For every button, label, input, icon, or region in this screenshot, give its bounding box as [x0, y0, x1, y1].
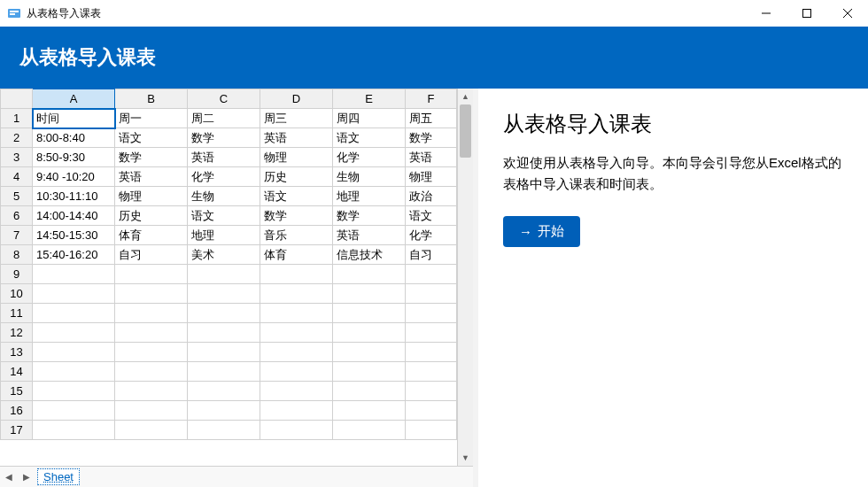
cell[interactable] — [333, 382, 406, 401]
col-header-c[interactable]: C — [188, 89, 260, 109]
row-header[interactable]: 7 — [1, 226, 33, 245]
cell[interactable] — [260, 401, 333, 421]
scroll-thumb[interactable] — [460, 104, 471, 158]
close-button[interactable] — [827, 0, 868, 27]
cell[interactable]: 英语 — [406, 148, 457, 167]
cell[interactable] — [333, 401, 406, 421]
row-header[interactable]: 10 — [1, 284, 33, 304]
row-header[interactable]: 12 — [1, 323, 33, 343]
cell[interactable]: 物理 — [115, 187, 188, 206]
cell[interactable]: 10:30-11:10 — [33, 187, 115, 206]
cell[interactable] — [188, 382, 260, 401]
cell[interactable]: 周五 — [406, 109, 457, 128]
cell[interactable]: 语文 — [333, 128, 406, 148]
col-header-d[interactable]: D — [260, 89, 333, 109]
cell[interactable] — [406, 421, 457, 440]
cell[interactable]: 8:00-8:40 — [33, 128, 115, 148]
cell[interactable]: 生物 — [333, 167, 406, 187]
cell[interactable] — [33, 421, 115, 440]
cell[interactable]: 体育 — [115, 226, 188, 245]
cell[interactable] — [188, 421, 260, 440]
row-header[interactable]: 8 — [1, 245, 33, 265]
cell[interactable]: 15:40-16:20 — [33, 245, 115, 265]
cell[interactable]: 英语 — [115, 167, 188, 187]
cell[interactable]: 体育 — [260, 245, 333, 265]
cell[interactable] — [33, 362, 115, 382]
col-header-a[interactable]: A — [33, 89, 115, 109]
cell[interactable] — [406, 362, 457, 382]
cell[interactable]: 14:50-15:30 — [33, 226, 115, 245]
scroll-track[interactable] — [458, 104, 473, 450]
cell[interactable]: 英语 — [260, 128, 333, 148]
cell[interactable] — [188, 265, 260, 284]
cell[interactable] — [406, 343, 457, 362]
cell[interactable]: 物理 — [406, 167, 457, 187]
cell[interactable] — [115, 362, 188, 382]
cell[interactable] — [406, 304, 457, 323]
cell[interactable] — [406, 323, 457, 343]
row-header[interactable]: 1 — [1, 109, 33, 128]
cell[interactable]: 自习 — [115, 245, 188, 265]
cell[interactable]: 8:50-9:30 — [33, 148, 115, 167]
cell[interactable] — [188, 343, 260, 362]
spreadsheet-grid[interactable]: ABCDEF1时间周一周二周三周四周五28:00-8:40语文数学英语语文数学3… — [0, 89, 457, 466]
cell[interactable] — [333, 265, 406, 284]
start-button[interactable]: → 开始 — [503, 216, 580, 247]
cell[interactable]: 历史 — [115, 206, 188, 226]
cell[interactable] — [260, 382, 333, 401]
cell[interactable] — [188, 362, 260, 382]
row-header[interactable]: 11 — [1, 304, 33, 323]
cell[interactable]: 周二 — [188, 109, 260, 128]
cell[interactable] — [115, 304, 188, 323]
cell[interactable] — [260, 265, 333, 284]
cell[interactable]: 英语 — [188, 148, 260, 167]
cell[interactable] — [260, 284, 333, 304]
cell[interactable]: 自习 — [406, 245, 457, 265]
cell[interactable]: 化学 — [406, 226, 457, 245]
cell[interactable]: 14:00-14:40 — [33, 206, 115, 226]
cell[interactable]: 周四 — [333, 109, 406, 128]
corner-cell[interactable] — [1, 89, 33, 109]
cell[interactable]: 政治 — [406, 187, 457, 206]
cell[interactable] — [333, 284, 406, 304]
cell[interactable]: 数学 — [188, 128, 260, 148]
cell[interactable] — [333, 421, 406, 440]
row-header[interactable]: 5 — [1, 187, 33, 206]
sheet-tab[interactable]: Sheet — [37, 468, 80, 485]
cell[interactable] — [333, 362, 406, 382]
cell[interactable]: 周三 — [260, 109, 333, 128]
cell[interactable] — [33, 323, 115, 343]
cell[interactable] — [115, 401, 188, 421]
cell[interactable]: 周一 — [115, 109, 188, 128]
cell[interactable]: 数学 — [115, 148, 188, 167]
cell[interactable]: 地理 — [333, 187, 406, 206]
minimize-button[interactable] — [746, 0, 787, 27]
cell[interactable]: 数学 — [333, 206, 406, 226]
cell[interactable] — [406, 284, 457, 304]
cell[interactable] — [406, 382, 457, 401]
cell[interactable]: 物理 — [260, 148, 333, 167]
col-header-f[interactable]: F — [406, 89, 457, 109]
cell[interactable]: 生物 — [188, 187, 260, 206]
row-header[interactable]: 3 — [1, 148, 33, 167]
cell[interactable] — [33, 284, 115, 304]
row-header[interactable]: 14 — [1, 362, 33, 382]
row-header[interactable]: 6 — [1, 206, 33, 226]
cell[interactable] — [33, 401, 115, 421]
cell[interactable] — [115, 382, 188, 401]
row-header[interactable]: 17 — [1, 421, 33, 440]
cell[interactable] — [260, 362, 333, 382]
cell[interactable] — [260, 323, 333, 343]
cell[interactable] — [115, 284, 188, 304]
cell[interactable]: 语文 — [406, 206, 457, 226]
cell[interactable]: 信息技术 — [333, 245, 406, 265]
cell[interactable]: 美术 — [188, 245, 260, 265]
row-header[interactable]: 9 — [1, 265, 33, 284]
cell[interactable] — [115, 265, 188, 284]
row-header[interactable]: 2 — [1, 128, 33, 148]
cell[interactable]: 语文 — [115, 128, 188, 148]
cell[interactable] — [188, 323, 260, 343]
cell[interactable] — [260, 343, 333, 362]
sheet-nav-prev[interactable]: ◀ — [0, 468, 18, 487]
cell[interactable] — [33, 343, 115, 362]
